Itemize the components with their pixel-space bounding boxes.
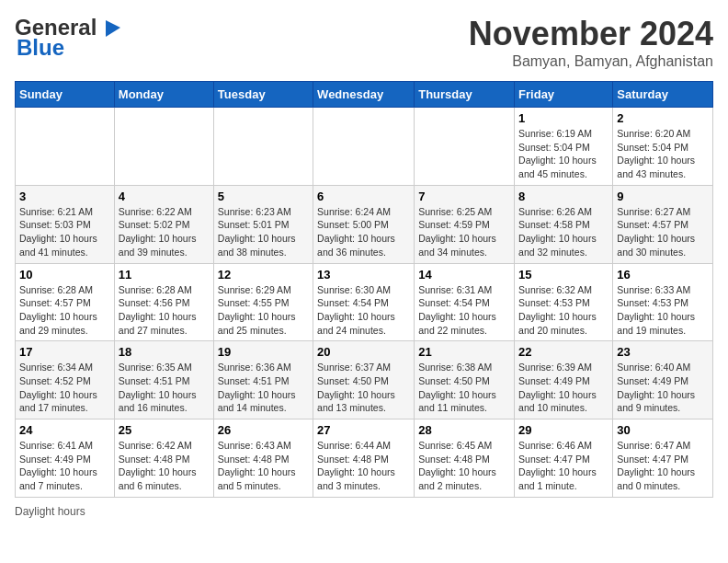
day-number: 30 <box>617 423 709 437</box>
header-saturday: Saturday <box>613 82 713 108</box>
logo-arrow-icon <box>98 15 124 40</box>
day-info: Sunrise: 6:22 AM Sunset: 5:02 PM Dayligh… <box>119 205 210 259</box>
day-number: 28 <box>418 423 510 437</box>
day-info: Sunrise: 6:33 AM Sunset: 4:53 PM Dayligh… <box>617 283 709 338</box>
day-info: Sunrise: 6:47 AM Sunset: 4:47 PM Dayligh… <box>617 439 709 493</box>
day-number: 27 <box>317 423 410 437</box>
location-title: Bamyan, Bamyan, Afghanistan <box>469 53 713 70</box>
day-cell <box>313 108 415 186</box>
day-cell: 18Sunrise: 6:35 AM Sunset: 4:51 PM Dayli… <box>114 341 213 419</box>
day-cell: 10Sunrise: 6:28 AM Sunset: 4:57 PM Dayli… <box>16 263 115 341</box>
day-info: Sunrise: 6:28 AM Sunset: 4:57 PM Dayligh… <box>19 283 110 338</box>
day-cell: 4Sunrise: 6:22 AM Sunset: 5:02 PM Daylig… <box>114 185 213 263</box>
day-cell: 20Sunrise: 6:37 AM Sunset: 4:50 PM Dayli… <box>313 341 415 419</box>
day-cell: 24Sunrise: 6:41 AM Sunset: 4:49 PM Dayli… <box>16 419 115 498</box>
day-info: Sunrise: 6:29 AM Sunset: 4:55 PM Dayligh… <box>218 283 309 338</box>
day-number: 12 <box>218 268 309 282</box>
header-friday: Friday <box>515 82 613 108</box>
header-thursday: Thursday <box>415 82 515 108</box>
day-number: 8 <box>518 190 609 203</box>
day-number: 15 <box>518 268 609 282</box>
day-cell: 22Sunrise: 6:39 AM Sunset: 4:49 PM Dayli… <box>515 341 613 419</box>
day-number: 17 <box>19 345 110 359</box>
day-number: 16 <box>617 268 709 282</box>
day-info: Sunrise: 6:38 AM Sunset: 4:50 PM Dayligh… <box>418 361 510 415</box>
day-cell: 7Sunrise: 6:25 AM Sunset: 4:59 PM Daylig… <box>415 185 515 263</box>
day-info: Sunrise: 6:21 AM Sunset: 5:03 PM Dayligh… <box>19 205 110 259</box>
day-info: Sunrise: 6:31 AM Sunset: 4:54 PM Dayligh… <box>418 283 510 338</box>
header-monday: Monday <box>114 82 213 108</box>
page-header: General Blue November 2024 Bamyan, Bamya… <box>15 15 713 70</box>
day-number: 25 <box>119 423 210 437</box>
title-block: November 2024 Bamyan, Bamyan, Afghanista… <box>469 15 713 70</box>
day-cell: 5Sunrise: 6:23 AM Sunset: 5:01 PM Daylig… <box>213 185 313 263</box>
day-info: Sunrise: 6:42 AM Sunset: 4:48 PM Dayligh… <box>119 439 210 493</box>
day-info: Sunrise: 6:26 AM Sunset: 4:58 PM Dayligh… <box>518 205 609 259</box>
day-cell: 26Sunrise: 6:43 AM Sunset: 4:48 PM Dayli… <box>213 419 313 498</box>
day-cell: 21Sunrise: 6:38 AM Sunset: 4:50 PM Dayli… <box>415 341 515 419</box>
calendar-table: SundayMondayTuesdayWednesdayThursdayFrid… <box>15 81 713 498</box>
day-cell: 17Sunrise: 6:34 AM Sunset: 4:52 PM Dayli… <box>16 341 115 419</box>
day-number: 1 <box>518 111 609 125</box>
day-number: 19 <box>218 345 309 359</box>
day-cell: 8Sunrise: 6:26 AM Sunset: 4:58 PM Daylig… <box>515 185 613 263</box>
day-info: Sunrise: 6:40 AM Sunset: 4:49 PM Dayligh… <box>617 361 709 415</box>
day-info: Sunrise: 6:20 AM Sunset: 5:04 PM Dayligh… <box>617 127 709 181</box>
day-number: 9 <box>617 190 709 203</box>
day-cell: 3Sunrise: 6:21 AM Sunset: 5:03 PM Daylig… <box>16 185 115 263</box>
day-number: 20 <box>317 345 410 359</box>
day-cell <box>213 108 313 186</box>
day-number: 18 <box>119 345 210 359</box>
day-cell: 9Sunrise: 6:27 AM Sunset: 4:57 PM Daylig… <box>613 185 713 263</box>
logo-blue: Blue <box>17 35 64 61</box>
day-cell: 11Sunrise: 6:28 AM Sunset: 4:56 PM Dayli… <box>114 263 213 341</box>
day-number: 24 <box>19 423 110 437</box>
header-wednesday: Wednesday <box>313 82 415 108</box>
day-info: Sunrise: 6:36 AM Sunset: 4:51 PM Dayligh… <box>218 361 309 415</box>
day-number: 14 <box>418 268 510 282</box>
day-cell: 13Sunrise: 6:30 AM Sunset: 4:54 PM Dayli… <box>313 263 415 341</box>
day-info: Sunrise: 6:24 AM Sunset: 5:00 PM Dayligh… <box>317 205 410 259</box>
day-number: 22 <box>518 345 609 359</box>
day-info: Sunrise: 6:34 AM Sunset: 4:52 PM Dayligh… <box>19 361 110 415</box>
logo: General Blue <box>15 15 124 61</box>
day-info: Sunrise: 6:41 AM Sunset: 4:49 PM Dayligh… <box>19 439 110 493</box>
day-number: 4 <box>119 190 210 203</box>
day-info: Sunrise: 6:45 AM Sunset: 4:48 PM Dayligh… <box>418 439 510 493</box>
day-number: 21 <box>418 345 510 359</box>
day-cell: 29Sunrise: 6:46 AM Sunset: 4:47 PM Dayli… <box>515 419 613 498</box>
week-row-2: 3Sunrise: 6:21 AM Sunset: 5:03 PM Daylig… <box>16 185 713 263</box>
week-row-5: 24Sunrise: 6:41 AM Sunset: 4:49 PM Dayli… <box>16 419 713 498</box>
day-cell: 12Sunrise: 6:29 AM Sunset: 4:55 PM Dayli… <box>213 263 313 341</box>
day-info: Sunrise: 6:25 AM Sunset: 4:59 PM Dayligh… <box>418 205 510 259</box>
day-info: Sunrise: 6:19 AM Sunset: 5:04 PM Dayligh… <box>518 127 609 181</box>
day-cell: 1Sunrise: 6:19 AM Sunset: 5:04 PM Daylig… <box>515 108 613 186</box>
day-number: 6 <box>317 190 410 203</box>
header-row: SundayMondayTuesdayWednesdayThursdayFrid… <box>16 82 713 108</box>
day-number: 10 <box>19 268 110 282</box>
day-cell: 23Sunrise: 6:40 AM Sunset: 4:49 PM Dayli… <box>613 341 713 419</box>
day-info: Sunrise: 6:44 AM Sunset: 4:48 PM Dayligh… <box>317 439 410 493</box>
day-number: 2 <box>617 111 709 125</box>
day-cell: 25Sunrise: 6:42 AM Sunset: 4:48 PM Dayli… <box>114 419 213 498</box>
day-number: 29 <box>518 423 609 437</box>
week-row-4: 17Sunrise: 6:34 AM Sunset: 4:52 PM Dayli… <box>16 341 713 419</box>
footer-daylight: Daylight hours <box>15 505 713 518</box>
day-cell: 14Sunrise: 6:31 AM Sunset: 4:54 PM Dayli… <box>415 263 515 341</box>
day-cell <box>415 108 515 186</box>
day-number: 13 <box>317 268 410 282</box>
day-cell: 16Sunrise: 6:33 AM Sunset: 4:53 PM Dayli… <box>613 263 713 341</box>
header-tuesday: Tuesday <box>213 82 313 108</box>
svg-marker-0 <box>106 20 120 37</box>
day-info: Sunrise: 6:39 AM Sunset: 4:49 PM Dayligh… <box>518 361 609 415</box>
day-info: Sunrise: 6:37 AM Sunset: 4:50 PM Dayligh… <box>317 361 410 415</box>
day-number: 26 <box>218 423 309 437</box>
month-title: November 2024 <box>469 15 713 53</box>
day-info: Sunrise: 6:23 AM Sunset: 5:01 PM Dayligh… <box>218 205 309 259</box>
day-info: Sunrise: 6:32 AM Sunset: 4:53 PM Dayligh… <box>518 283 609 338</box>
day-cell <box>16 108 115 186</box>
header-sunday: Sunday <box>16 82 115 108</box>
day-info: Sunrise: 6:35 AM Sunset: 4:51 PM Dayligh… <box>119 361 210 415</box>
day-info: Sunrise: 6:27 AM Sunset: 4:57 PM Dayligh… <box>617 205 709 259</box>
day-cell: 28Sunrise: 6:45 AM Sunset: 4:48 PM Dayli… <box>415 419 515 498</box>
